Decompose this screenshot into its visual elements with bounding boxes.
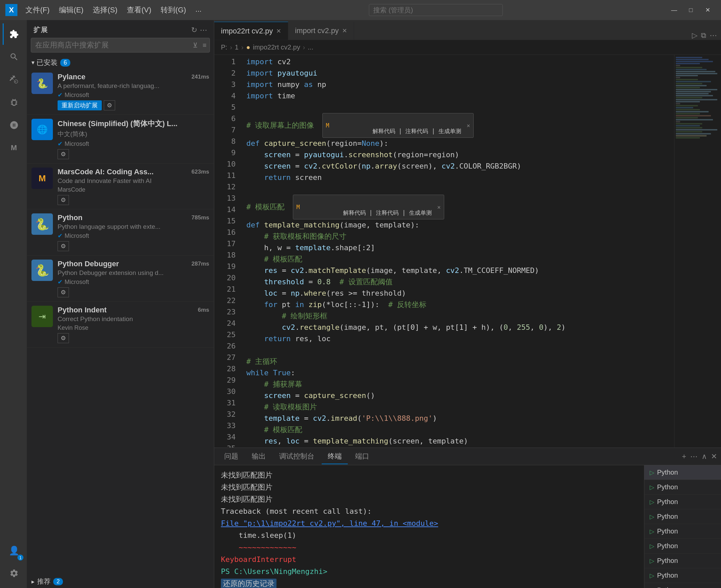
python-indent-desc: Correct Python indentation (58, 315, 209, 323)
terminal-content[interactable]: 未找到匹配图片 未找到匹配图片 未找到匹配图片 Traceback (most … (214, 465, 644, 588)
extension-item-python-indent[interactable]: ⇥ Python Indent 6ms Correct Python inden… (27, 302, 214, 348)
settings-button[interactable] (3, 563, 24, 584)
python-publisher: ✔ Microsoft (58, 232, 209, 239)
terminal-wavy: ~~~~~~~~~~~~~ (221, 542, 637, 553)
code-content[interactable]: import cv2 import pyautogui import numpy… (241, 55, 674, 447)
more-icon[interactable]: ⋯ (200, 26, 207, 35)
code-line-6: # 读取屏幕上的图像 M 解释代码 | 注释代码 | 生成单测 ✕ (246, 113, 674, 138)
tab-impo22rt[interactable]: impo22rt cv2.py ✕ (214, 22, 288, 40)
terminal-instance-1[interactable]: ▷ Python (644, 465, 721, 480)
ai-icon: M (326, 120, 329, 131)
activity-item-search[interactable] (3, 46, 24, 67)
terminal-label: Python (657, 498, 678, 506)
terminal-error: KeyboardInterrupt (221, 553, 637, 566)
marscode-actions: ⚙ (58, 195, 209, 205)
pylance-publisher: ✔ Microsoft (58, 91, 209, 99)
minimize-button[interactable]: — (666, 4, 682, 16)
terminal-instance-3[interactable]: ▷ Python (644, 495, 721, 509)
activity-item-extensions[interactable] (3, 23, 24, 45)
breadcrumb-filename[interactable]: impo22rt cv2.py (253, 43, 300, 51)
code-line-24 (246, 344, 674, 356)
gear-button[interactable]: ⚙ (58, 241, 69, 251)
menu-edit[interactable]: 编辑(E) (55, 4, 87, 16)
extension-item-python[interactable]: 🐍 Python 785ms Python language support w… (27, 209, 214, 255)
panel-tab-output[interactable]: 输出 (246, 449, 272, 464)
verified-icon: ✔ (58, 278, 63, 286)
close-panel-icon[interactable]: ✕ (711, 452, 717, 461)
extension-item-marscode[interactable]: M MarsCode AI: Coding Ass... 623ms Code … (27, 164, 214, 209)
python-indent-name: Python Indent 6ms (58, 306, 209, 314)
panel-tab-terminal[interactable]: 终端 (322, 449, 348, 464)
extension-item-chinese[interactable]: 🌐 Chinese (Simplified) (简体中文) L... 中文(简体… (27, 115, 214, 164)
menu-view[interactable]: 查看(V) (123, 4, 155, 16)
extension-item-pylance[interactable]: 🐍 Pylance 241ms A performant, feature-ri… (27, 68, 214, 115)
maximize-button[interactable]: □ (683, 4, 699, 16)
split-editor-icon[interactable]: ⧉ (701, 31, 706, 40)
add-terminal-icon[interactable]: + (682, 452, 686, 461)
terminal-instance-7[interactable]: ▷ Python (644, 553, 721, 568)
gear-button[interactable]: ⚙ (58, 195, 69, 205)
breadcrumb-more[interactable]: ... (307, 43, 313, 51)
activity-item-marsai[interactable]: M (3, 137, 24, 159)
gear-button[interactable]: ⚙ (58, 287, 69, 297)
terminal-instance-9[interactable]: ▷ Python (644, 583, 721, 588)
run-icon[interactable]: ▷ (692, 31, 698, 40)
ai-icon: M (297, 201, 300, 213)
refresh-icon[interactable]: ↻ (191, 26, 197, 35)
close-button[interactable]: ✕ (700, 4, 716, 16)
gear-button[interactable]: ⚙ (58, 149, 69, 159)
terminal-icon: ▷ (650, 543, 654, 550)
activity-item-debug[interactable] (3, 92, 24, 113)
chinese-publisher: ✔ Microsoft (58, 140, 209, 147)
terminal-instance-5[interactable]: ▷ Python (644, 524, 721, 539)
menu-more[interactable]: ... (192, 4, 205, 16)
extension-search-input[interactable] (31, 38, 210, 52)
code-line-18: threshold = 0.8 # 设置匹配阈值 (246, 276, 674, 288)
close-hint-icon[interactable]: ✕ (437, 201, 441, 213)
more-tabs-icon[interactable]: ⋯ (709, 31, 717, 40)
tabs-bar: impo22rt cv2.py ✕ import cv2.py ✕ ▷ ⧉ ⋯ (214, 20, 721, 40)
code-line-10: return screen (246, 172, 674, 183)
terminal-line-link[interactable]: File "p:\1\impo22rt cv2.py", line 47, in… (221, 518, 637, 529)
activity-item-remote[interactable] (3, 114, 24, 136)
tab-close-icon[interactable]: ✕ (276, 27, 281, 35)
chinese-desc: 中文(简体) (58, 130, 209, 139)
code-line-12: # 模板匹配 M 解释代码 | 注释代码 | 生成单测 ✕ (246, 195, 674, 219)
global-search-input[interactable] (369, 4, 503, 16)
code-line-11 (246, 183, 674, 195)
account-button[interactable]: 👤 1 (3, 540, 24, 561)
menu-goto[interactable]: 转到(G) (157, 4, 190, 16)
restart-button[interactable]: 重新启动扩展 (58, 100, 102, 110)
menu-select[interactable]: 选择(S) (89, 4, 121, 16)
search-area: ≡ ⊻ (31, 38, 210, 52)
gear-button[interactable]: ⚙ (104, 100, 115, 110)
filter-icon[interactable]: ⊻ (193, 41, 198, 49)
activity-item-scm[interactable] (3, 69, 24, 90)
panel-tab-debug-console[interactable]: 调试控制台 (273, 449, 320, 464)
breadcrumb-1[interactable]: 1 (235, 43, 239, 51)
tab-close-icon[interactable]: ✕ (342, 27, 347, 35)
panel-tab-ports[interactable]: 端口 (349, 449, 375, 464)
more-terminal-icon[interactable]: ⋯ (690, 452, 698, 461)
terminal-instance-8[interactable]: ▷ Python (644, 568, 721, 583)
terminal-instance-6[interactable]: ▷ Python (644, 539, 721, 553)
collapse-panel-icon[interactable]: ∧ (702, 452, 707, 461)
gear-button[interactable]: ⚙ (58, 333, 69, 343)
terminal-instance-4[interactable]: ▷ Python (644, 509, 721, 524)
panel-tab-problems[interactable]: 问题 (218, 449, 244, 464)
breadcrumb-p[interactable]: P: (221, 43, 227, 51)
recommend-section-header[interactable]: ▸ 推荐 2 (27, 574, 214, 588)
code-line-30: template = cv2.imread('P:\\1\\888.png') (246, 413, 674, 424)
close-hint-icon[interactable]: ✕ (467, 120, 470, 131)
pylance-icon: 🐍 (32, 72, 53, 94)
sidebar-actions: ↻ ⋯ (191, 26, 207, 35)
extension-item-python-debugger[interactable]: 🐍 Python Debugger 287ms Python Debugger … (27, 255, 214, 302)
terminal-icon: ▷ (650, 557, 654, 565)
code-line-22: cv2.rectangle(image, pt, (pt[0] + w, pt[… (246, 322, 674, 333)
ai-hint-line6: M 解释代码 | 注释代码 | 生成单测 ✕ (322, 113, 474, 138)
tab-import-cv2[interactable]: import cv2.py ✕ (288, 22, 354, 40)
terminal-instance-2[interactable]: ▷ Python (644, 480, 721, 495)
menu-file[interactable]: 文件(F) (21, 4, 54, 16)
installed-section-header[interactable]: ▾ 已安装 6 (27, 56, 214, 68)
code-line-23: return res, loc (246, 333, 674, 344)
